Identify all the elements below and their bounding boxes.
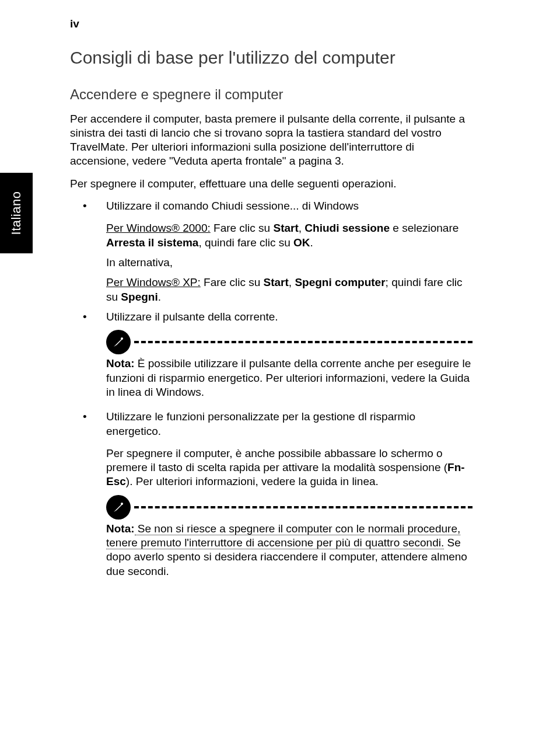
page-title: Consigli di base per l'utilizzo del comp… bbox=[70, 47, 473, 69]
shutdown-options-list: Utilizzare il comando Chiudi sessione...… bbox=[70, 199, 473, 213]
win2000-prefix: Per Windows® 2000: bbox=[106, 222, 211, 234]
strong-ok: OK bbox=[293, 236, 310, 249]
strong-close-session: Chiudi sessione bbox=[304, 222, 390, 234]
text: e selezionare bbox=[390, 222, 459, 234]
strong-start: Start bbox=[264, 276, 289, 288]
shutdown-options-list-2: Utilizzare il pulsante della corrente. bbox=[70, 310, 473, 324]
bullet1-win2000: Per Windows® 2000: Fare clic su Start, C… bbox=[106, 221, 473, 250]
strong-off: Spegni bbox=[121, 291, 158, 303]
text: Fare clic su bbox=[211, 222, 274, 234]
note1-text: Nota: È possibile utilizzare il pulsante… bbox=[106, 357, 473, 399]
list-item: Utilizzare il comando Chiudi sessione...… bbox=[70, 199, 473, 213]
text: ). Per ulteriori informazioni, vedere la… bbox=[126, 475, 379, 487]
note-body: È possibile utilizzare il pulsante della… bbox=[106, 357, 471, 398]
page-number: iv bbox=[70, 18, 473, 30]
bullet2-text: Utilizzare il pulsante della corrente. bbox=[106, 311, 278, 323]
note-box-2: Nota: Se non si riesce a spegnere il com… bbox=[106, 499, 473, 578]
bullet1-lead: Utilizzare il comando Chiudi sessione...… bbox=[106, 200, 359, 212]
bullet3-sub: Per spegnere il computer, è anche possib… bbox=[106, 447, 473, 489]
strong-start: Start bbox=[273, 222, 298, 234]
bullet1-winxp: Per Windows® XP: Fare clic su Start, Spe… bbox=[106, 276, 473, 304]
shutdown-intro: Per spegnere il computer, effettuare una… bbox=[70, 177, 473, 191]
strong-shutdown-system: Arresta il sistema bbox=[106, 236, 198, 249]
text: , quindi fare clic su bbox=[198, 236, 293, 249]
list-item: Utilizzare il pulsante della corrente. bbox=[70, 310, 473, 324]
pen-icon bbox=[106, 330, 131, 354]
text: . bbox=[158, 291, 161, 303]
note-body-dotted: Se non si riesce a spegnere il computer … bbox=[106, 522, 460, 549]
note-label: Nota: bbox=[106, 522, 135, 535]
intro-paragraph: Per accendere il computer, basta premere… bbox=[70, 112, 473, 169]
strong-turn-off: Spegni computer bbox=[295, 276, 385, 288]
winxp-prefix: Per Windows® XP: bbox=[106, 276, 201, 288]
note-separator bbox=[106, 499, 473, 516]
text: Per spegnere il computer, è anche possib… bbox=[106, 447, 447, 473]
language-label: Italiano bbox=[9, 191, 24, 235]
svg-point-0 bbox=[121, 337, 123, 340]
bullet3-text: Utilizzare le funzioni personalizzate pe… bbox=[106, 410, 415, 437]
dashed-line bbox=[134, 341, 473, 343]
text: Fare clic su bbox=[201, 276, 264, 288]
note-box-1: Nota: È possibile utilizzare il pulsante… bbox=[106, 333, 473, 399]
pen-icon bbox=[106, 495, 131, 520]
section-subtitle: Accendere e spegnere il computer bbox=[70, 86, 473, 103]
note-label: Nota: bbox=[106, 357, 135, 370]
text: , bbox=[289, 276, 295, 288]
bullet1-alternative: In alternativa, bbox=[106, 256, 473, 270]
note2-text: Nota: Se non si riesce a spegnere il com… bbox=[106, 522, 473, 578]
dashed-line bbox=[134, 506, 473, 508]
list-item: Utilizzare le funzioni personalizzate pe… bbox=[70, 410, 473, 438]
language-tab: Italiano bbox=[0, 173, 33, 253]
shutdown-options-list-3: Utilizzare le funzioni personalizzate pe… bbox=[70, 410, 473, 438]
document-page: iv Italiano Consigli di base per l'utili… bbox=[0, 0, 473, 612]
text: , bbox=[299, 222, 305, 234]
text: . bbox=[310, 236, 313, 249]
svg-point-1 bbox=[121, 503, 123, 505]
note-separator bbox=[106, 333, 473, 351]
